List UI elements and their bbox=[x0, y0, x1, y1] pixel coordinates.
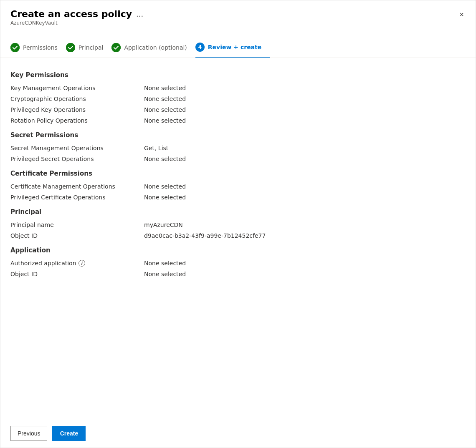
key-permissions-title: Key Permissions bbox=[10, 71, 466, 79]
principal-name-row: Principal name myAzureCDN bbox=[10, 221, 466, 228]
step-principal-icon bbox=[66, 43, 75, 52]
application-section: Application Authorized application i Non… bbox=[10, 247, 466, 277]
rotation-label: Rotation Policy Operations bbox=[10, 117, 144, 124]
principal-name-value: myAzureCDN bbox=[144, 221, 183, 228]
cert-mgmt-label: Certificate Management Operations bbox=[10, 183, 144, 190]
auth-app-row: Authorized application i None selected bbox=[10, 260, 466, 267]
content-area: Key Permissions Key Management Operation… bbox=[0, 58, 476, 419]
principal-name-label: Principal name bbox=[10, 221, 144, 228]
priv-key-row: Privileged Key Operations None selected bbox=[10, 106, 466, 113]
step-application[interactable]: Application (optional) bbox=[111, 38, 195, 57]
dialog-footer: Previous Create bbox=[0, 419, 476, 448]
dialog-subtitle: AzureCDNKeyVault bbox=[10, 20, 143, 26]
step-permissions-icon bbox=[10, 43, 20, 52]
principal-section: Principal Principal name myAzureCDN Obje… bbox=[10, 208, 466, 239]
step-permissions-label: Permissions bbox=[23, 44, 58, 51]
dialog-title-area: Create an access policy ... AzureCDNKeyV… bbox=[10, 9, 143, 26]
step-application-icon bbox=[111, 43, 121, 52]
dialog-header: Create an access policy ... AzureCDNKeyV… bbox=[0, 0, 476, 31]
key-mgmt-row: Key Management Operations None selected bbox=[10, 85, 466, 91]
priv-secret-label: Privileged Secret Operations bbox=[10, 156, 144, 162]
create-button[interactable]: Create bbox=[52, 426, 86, 441]
secret-mgmt-value: Get, List bbox=[144, 145, 168, 151]
svg-point-0 bbox=[10, 43, 20, 52]
crypto-ops-row: Cryptographic Operations None selected bbox=[10, 96, 466, 102]
step-principal-label: Principal bbox=[78, 44, 104, 51]
step-permissions[interactable]: Permissions bbox=[10, 38, 66, 57]
auth-app-label: Authorized application i bbox=[10, 260, 144, 267]
principal-object-id-row: Object ID d9ae0cac-b3a2-43f9-a99e-7b1245… bbox=[10, 232, 466, 239]
create-access-policy-dialog: Create an access policy ... AzureCDNKeyV… bbox=[0, 0, 476, 448]
step-principal[interactable]: Principal bbox=[66, 38, 112, 57]
certificate-permissions-title: Certificate Permissions bbox=[10, 170, 466, 177]
priv-key-value: None selected bbox=[144, 106, 186, 113]
close-button[interactable]: × bbox=[458, 9, 466, 21]
svg-point-1 bbox=[66, 43, 75, 52]
previous-button[interactable]: Previous bbox=[10, 426, 47, 441]
secret-permissions-title: Secret Permissions bbox=[10, 131, 466, 139]
rotation-row: Rotation Policy Operations None selected bbox=[10, 117, 466, 124]
crypto-ops-label: Cryptographic Operations bbox=[10, 96, 144, 102]
application-title: Application bbox=[10, 247, 466, 254]
priv-cert-row: Privileged Certificate Operations None s… bbox=[10, 194, 466, 201]
app-object-id-label: Object ID bbox=[10, 271, 144, 277]
priv-key-label: Privileged Key Operations bbox=[10, 106, 144, 113]
secret-mgmt-row: Secret Management Operations Get, List bbox=[10, 145, 466, 151]
secret-permissions-section: Secret Permissions Secret Management Ope… bbox=[10, 131, 466, 162]
title-text: Create an access policy bbox=[10, 9, 132, 19]
priv-cert-value: None selected bbox=[144, 194, 186, 201]
cert-mgmt-value: None selected bbox=[144, 183, 186, 190]
step-review-label: Review + create bbox=[208, 44, 261, 50]
principal-object-id-label: Object ID bbox=[10, 232, 144, 239]
svg-point-2 bbox=[111, 43, 121, 52]
rotation-value: None selected bbox=[144, 117, 186, 124]
principal-title: Principal bbox=[10, 208, 466, 216]
cert-mgmt-row: Certificate Management Operations None s… bbox=[10, 183, 466, 190]
priv-secret-value: None selected bbox=[144, 156, 186, 162]
key-mgmt-value: None selected bbox=[144, 85, 186, 91]
priv-cert-label: Privileged Certificate Operations bbox=[10, 194, 144, 201]
app-object-id-row: Object ID None selected bbox=[10, 271, 466, 277]
step-review-icon: 4 bbox=[195, 43, 205, 52]
key-permissions-section: Key Permissions Key Management Operation… bbox=[10, 71, 466, 124]
dialog-title: Create an access policy ... bbox=[10, 9, 143, 19]
secret-mgmt-label: Secret Management Operations bbox=[10, 145, 144, 151]
title-ellipsis: ... bbox=[136, 10, 143, 18]
steps-bar: Permissions Principal Application (optio… bbox=[0, 31, 476, 58]
priv-secret-row: Privileged Secret Operations None select… bbox=[10, 156, 466, 162]
step-review[interactable]: 4 Review + create bbox=[195, 38, 270, 58]
app-object-id-value: None selected bbox=[144, 271, 186, 277]
crypto-ops-value: None selected bbox=[144, 96, 186, 102]
principal-object-id-value: d9ae0cac-b3a2-43f9-a99e-7b12452cfe77 bbox=[144, 232, 266, 239]
certificate-permissions-section: Certificate Permissions Certificate Mana… bbox=[10, 170, 466, 201]
step-application-label: Application (optional) bbox=[124, 44, 187, 51]
auth-app-value: None selected bbox=[144, 260, 186, 267]
authorized-application-info-icon[interactable]: i bbox=[78, 260, 85, 267]
key-mgmt-label: Key Management Operations bbox=[10, 85, 144, 91]
